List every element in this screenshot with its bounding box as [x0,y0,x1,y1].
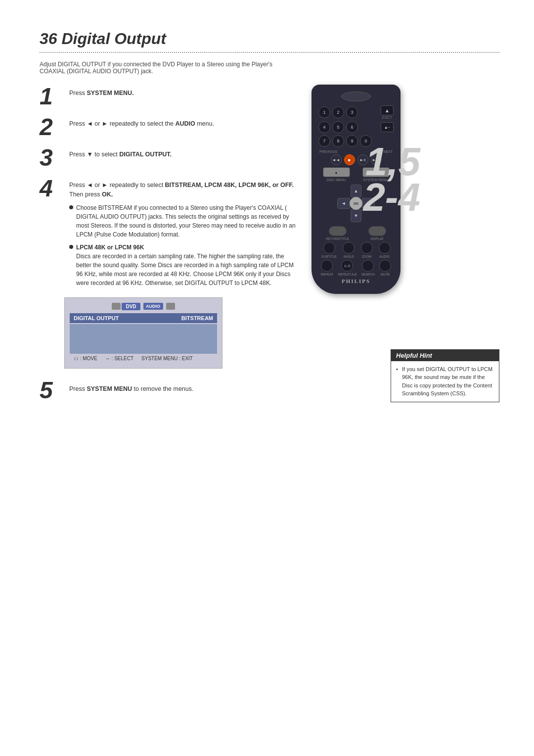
btn-repeat-ab-col: A-B REPEAT A-B [338,260,357,276]
step-1-number: 1 [40,85,64,108]
remote-btn-3[interactable]: 3 [346,106,358,118]
step-2-content: Press ◄ or ► repeatedly to select the AU… [69,115,297,129]
hint-title: Helpful Hint [391,350,499,361]
remote-btn-down[interactable]: ▼ [351,209,361,222]
btn-repeat-col: REPEAT [321,260,334,276]
footer-exit: SYSTEM MENU : EXIT [141,356,193,361]
remote-btn-5[interactable]: 5 [332,121,344,133]
remote-btn-angle[interactable] [343,242,355,254]
screen-menu-row: DIGITAL OUTPUT BITSTREAM [70,313,217,323]
remote-btn-search[interactable] [362,260,374,272]
remote-btn-disc-menu[interactable]: ▲ [323,167,350,177]
footer-select: ↔ : SELECT [105,356,134,361]
remote-btn-stop[interactable]: ■ [344,154,355,165]
bullet-1: Choose BITSTREAM if you connected to a S… [69,203,297,239]
remote-btn-7[interactable]: 7 [318,135,330,147]
screen-menu-label: DIGITAL OUTPUT [74,315,181,321]
step-5-text: Press SYSTEM MENU to remove the menus. [69,384,297,394]
remote-btn-1[interactable]: 1 [318,106,330,118]
remote-btn-zoom[interactable] [361,242,373,254]
big-number-line1: 1,5 [363,144,420,180]
steps-section: 1 Press SYSTEM MENU. 2 Press ◄ or ► repe… [40,85,297,402]
screen-mockup: DVD AUDIO DIGITAL OUTPUT BITSTREAM ↕↕ : … [64,297,222,369]
remote-btn-8[interactable]: 8 [332,135,344,147]
remote-btn-6[interactable]: 6 [346,121,358,133]
step-1-content: Press SYSTEM MENU. [69,85,297,98]
remote-btn-9[interactable]: 9 [346,135,358,147]
remote-btn-display[interactable] [368,226,386,236]
step-5-content: Press SYSTEM MENU to remove the menus. [69,378,297,394]
step-4-text: Press ◄ or ► repeatedly to select BITSTR… [69,181,297,199]
screen-footer: ↕↕ : MOVE ↔ : SELECT SYSTEM MENU : EXIT [70,354,217,363]
screen-icon-right [166,303,175,310]
remote-btn-ok[interactable]: OK [350,197,362,210]
big-numbers: 1,5 2-4 [363,144,420,215]
btn-angle-col: ANGLE [343,242,355,258]
step-1-row: 1 Press SYSTEM MENU. [40,85,297,108]
bullet-2: LPCM 48K or LPCM 96KDiscs are recorded i… [69,243,297,287]
screen-icon-tv [112,303,121,310]
remote-btn-prev[interactable]: ◄◄ [331,154,342,165]
remote-top-oval [341,92,371,101]
step-2-number: 2 [40,115,64,139]
page-title: 36 Digital Output [40,30,499,48]
screen-mockup-wrapper: DVD AUDIO DIGITAL OUTPUT BITSTREAM ↕↕ : … [64,297,297,369]
remote-btn-eject[interactable]: ▲ [381,105,394,115]
helpful-hint-box: Helpful Hint If you set DIGITAL OUTPUT t… [391,349,499,402]
remote-btn-repeat-ab[interactable]: A-B [341,260,353,272]
screen-body [70,324,217,354]
remote-btn-disc[interactable]: ▲− [381,122,394,132]
step-5-row: 5 Press SYSTEM MENU to remove the menus. [40,378,297,402]
screen-icon-mid: AUDIO [143,303,163,310]
intro-text: Adjust DIGITAL OUTPUT if you connected t… [40,61,297,75]
remote-btn-4[interactable]: 4 [318,121,330,133]
step-3-number: 3 [40,146,64,170]
footer-move: ↕↕ : MOVE [74,356,97,361]
step-3-text: Press ▼ to select DIGITAL OUTPUT. [69,150,297,159]
step-3-content: Press ▼ to select DIGITAL OUTPUT. [69,146,297,159]
title-rule [40,52,499,53]
step-4-row: 4 Press ◄ or ► repeatedly to select BITS… [40,177,297,287]
remote-btn-return[interactable] [329,226,347,236]
remote-btn-up[interactable]: ▲ [351,185,361,197]
subtitle-row: SUBTITLE ANGLE ZOOM AUDIO [316,242,396,258]
hint-bullet: If you set DIGITAL OUTPUT to LPCM 96K, t… [396,365,494,398]
step-4-content: Press ◄ or ► repeatedly to select BITSTR… [69,177,297,287]
bullet-1-text: Choose BITSTREAM if you connected to a S… [76,203,297,239]
remote-btn-audio[interactable] [379,242,391,254]
big-number-line2: 2-4 [363,180,420,215]
btn-search-col: SEARCH [361,260,375,276]
remote-btn-subtitle[interactable] [323,242,335,254]
btn-zoom-col: ZOOM [361,242,373,258]
remote-btn-left[interactable]: ◄ [337,198,350,209]
screen-tab-dvd: DVD [122,303,140,310]
btn-audio-col: AUDIO [379,242,391,258]
page: 36 Digital Output Adjust DIGITAL OUTPUT … [0,0,534,432]
hint-body: If you set DIGITAL OUTPUT to LPCM 96K, t… [391,361,499,402]
step-2-text: Press ◄ or ► repeatedly to select the AU… [69,119,297,129]
bullet-dot-1 [69,205,73,209]
step-4-number: 4 [40,177,64,200]
screen-top-bar: DVD AUDIO [70,303,217,310]
bullet-dot-2 [69,245,73,249]
step-2-row: 2 Press ◄ or ► repeatedly to select the … [40,115,297,139]
step-5-number: 5 [40,378,64,402]
step-3-row: 3 Press ▼ to select DIGITAL OUTPUT. [40,146,297,170]
remote-btn-2[interactable]: 2 [332,106,344,118]
philips-logo: PHILIPS [316,278,396,284]
screen-menu-value: BITSTREAM [181,315,213,321]
remote-btn-repeat[interactable] [321,260,333,272]
btn-mute-col: MUTE [379,260,391,276]
remote-btn-mute[interactable] [379,260,391,272]
btn-subtitle-col: SUBTITLE [321,242,337,258]
step-1-text: Press SYSTEM MENU. [69,89,297,98]
repeat-row: REPEAT A-B REPEAT A-B SEARCH MUTE [316,260,396,276]
bullet-2-text: LPCM 48K or LPCM 96KDiscs are recorded i… [76,243,297,287]
